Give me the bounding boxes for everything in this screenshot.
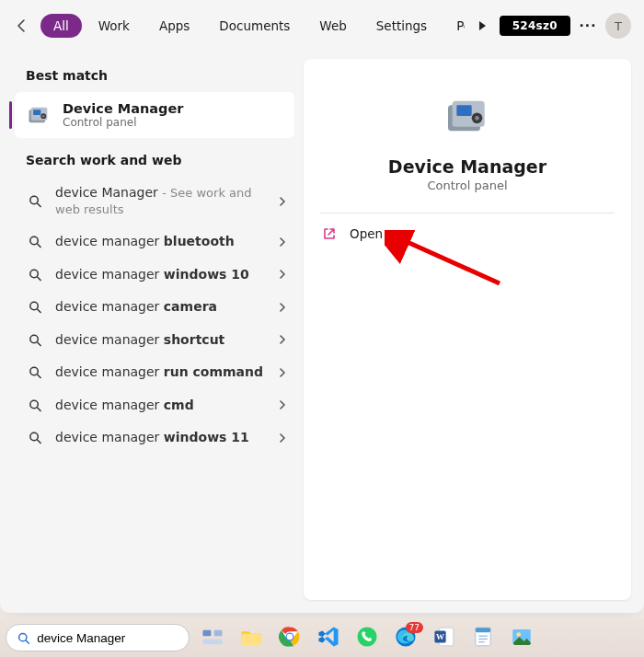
svg-line-28 xyxy=(26,640,29,642)
preview-title: Device Manager xyxy=(304,156,631,177)
svg-line-14 xyxy=(38,342,40,345)
suggestion-text: device manager windows 11 xyxy=(55,430,265,446)
task-view-taskbar-button[interactable] xyxy=(199,624,226,651)
open-action[interactable]: Open xyxy=(304,213,631,254)
more-tabs-button[interactable] xyxy=(470,14,494,38)
svg-point-9 xyxy=(30,270,38,277)
suggestion-item[interactable]: device manager cmd xyxy=(0,389,304,422)
suggestion-item[interactable]: device manager run command xyxy=(0,356,304,389)
chrome-icon xyxy=(278,625,302,651)
back-button[interactable] xyxy=(9,13,35,39)
tab-web[interactable]: Web xyxy=(306,14,359,38)
best-match-result[interactable]: Device Manager Control panel xyxy=(15,92,294,138)
edge-taskbar-button[interactable]: 77 xyxy=(392,624,420,651)
svg-rect-31 xyxy=(202,639,222,644)
more-options-button[interactable]: ··· xyxy=(576,14,600,38)
svg-line-18 xyxy=(38,408,40,410)
svg-point-25 xyxy=(475,116,479,121)
svg-rect-32 xyxy=(241,633,260,644)
chrome-taskbar-button[interactable] xyxy=(276,624,304,651)
file-explorer-taskbar-button[interactable] xyxy=(237,624,265,651)
taskbar-search-input[interactable] xyxy=(37,631,178,645)
search-icon xyxy=(28,398,42,412)
notepad-taskbar-button[interactable] xyxy=(469,624,497,651)
word-taskbar-button[interactable]: W xyxy=(431,624,458,651)
start-search-panel: All Work Apps Documents Web Settings Peo… xyxy=(0,0,644,613)
suggestion-item[interactable]: device manager windows 11 xyxy=(0,421,304,455)
best-match-title: Device Manager xyxy=(63,101,183,116)
tab-documents[interactable]: Documents xyxy=(206,14,303,38)
svg-rect-2 xyxy=(33,110,40,115)
notepad-icon xyxy=(471,625,495,651)
photos-icon xyxy=(510,625,534,651)
suggestion-item[interactable]: device Manager - See work and web result… xyxy=(0,177,304,225)
svg-point-17 xyxy=(30,400,38,408)
svg-point-11 xyxy=(30,303,38,310)
chevron-right-icon xyxy=(278,237,287,247)
svg-text:W: W xyxy=(436,632,444,641)
taskbar-search[interactable] xyxy=(6,624,190,651)
search-icon xyxy=(28,431,42,444)
chevron-right-icon xyxy=(278,197,287,206)
vscode-icon xyxy=(316,625,340,651)
tab-settings[interactable]: Settings xyxy=(363,14,440,38)
suggestion-item[interactable]: device manager shortcut xyxy=(0,324,304,357)
photos-taskbar-button[interactable] xyxy=(508,624,535,651)
triangle-right-icon xyxy=(477,20,488,31)
avatar[interactable]: T xyxy=(605,13,631,39)
search-icon xyxy=(28,268,42,282)
svg-line-12 xyxy=(38,310,40,313)
search-icon xyxy=(28,333,42,347)
svg-line-16 xyxy=(38,375,40,378)
svg-rect-29 xyxy=(202,629,211,636)
suggestion-text: device manager shortcut xyxy=(55,332,265,349)
suggestion-text: device manager cmd xyxy=(55,398,265,414)
taskbar-pinned-apps: 77W xyxy=(199,624,535,651)
suggestion-item[interactable]: device manager camera xyxy=(0,291,304,324)
whatsapp-taskbar-button[interactable] xyxy=(353,624,381,651)
arrow-left-icon xyxy=(15,18,29,33)
chevron-right-icon xyxy=(278,270,287,279)
preview-subtitle: Control panel xyxy=(304,179,631,192)
svg-rect-23 xyxy=(456,105,471,116)
search-web-heading: Search work and web xyxy=(0,144,304,175)
search-icon xyxy=(28,365,42,379)
whatsapp-icon xyxy=(355,625,379,651)
svg-point-7 xyxy=(30,237,38,245)
svg-point-5 xyxy=(30,196,38,203)
suggestion-text: device manager run command xyxy=(55,364,265,381)
tab-work[interactable]: Work xyxy=(86,14,143,38)
open-external-icon xyxy=(322,226,337,241)
vscode-taskbar-button[interactable] xyxy=(315,624,342,651)
svg-rect-30 xyxy=(214,629,223,636)
tab-all[interactable]: All xyxy=(40,14,82,38)
search-icon xyxy=(28,194,42,208)
search-icon xyxy=(28,300,42,314)
file-explorer-icon xyxy=(239,625,263,651)
suggestion-text: device manager camera xyxy=(55,299,265,316)
svg-line-20 xyxy=(38,441,40,444)
chevron-right-icon xyxy=(278,433,287,443)
task-view-icon xyxy=(201,625,224,651)
svg-point-35 xyxy=(287,633,293,640)
suggestion-text: device Manager - See work and web result… xyxy=(55,185,265,217)
suggestion-item[interactable]: device manager windows 10 xyxy=(0,259,304,292)
search-icon xyxy=(17,631,29,645)
chevron-right-icon xyxy=(278,400,287,409)
chevron-right-icon xyxy=(278,368,287,377)
suggestion-item[interactable]: device manager bluetooth xyxy=(0,225,304,259)
suggestion-text: device manager windows 10 xyxy=(55,267,265,283)
taskbar: 77W xyxy=(0,618,644,657)
chevron-right-icon xyxy=(278,303,287,312)
tab-people[interactable]: People xyxy=(443,14,465,38)
open-label: Open xyxy=(350,226,383,241)
svg-line-8 xyxy=(38,245,40,248)
network-badge[interactable]: 524sz0 xyxy=(500,16,570,36)
suggestion-list: device Manager - See work and web result… xyxy=(0,175,304,456)
tab-apps[interactable]: Apps xyxy=(146,14,202,38)
device-manager-icon xyxy=(442,90,493,142)
svg-line-10 xyxy=(38,277,40,280)
svg-point-13 xyxy=(30,335,38,342)
preview-pane: Device Manager Control panel Open xyxy=(304,59,631,600)
search-icon xyxy=(28,235,42,248)
